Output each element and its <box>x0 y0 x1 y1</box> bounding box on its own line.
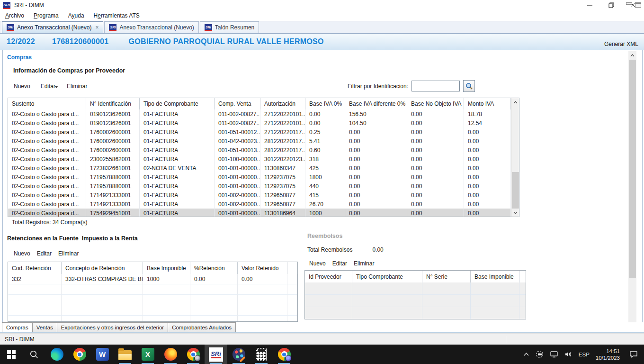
nuevo-button[interactable]: Nuevo <box>14 83 30 90</box>
bottom-tab[interactable]: Compras <box>2 322 32 332</box>
eliminar-button[interactable]: Eliminar <box>67 83 87 90</box>
compras-toolbar: Nuevo Editar Eliminar <box>14 83 98 90</box>
status-separator <box>506 336 506 343</box>
taskbar-chrome-profile[interactable] <box>182 345 205 364</box>
compras-table-scrollbar[interactable] <box>511 98 519 217</box>
editor-tab[interactable]: SRi Anexo Transaccional (Nuevo) × <box>2 21 103 33</box>
pane-minimize-icon[interactable] <box>626 2 632 5</box>
notification-icon[interactable] <box>629 350 638 358</box>
filter-group: Filtrar por Identificacion: <box>348 80 475 92</box>
table-row[interactable]: 02-Costo o Gasto para d... 1760002600001… <box>8 146 511 155</box>
scroll-up-icon[interactable] <box>628 51 636 59</box>
column-header[interactable]: Base IVA diferente 0% <box>345 98 407 109</box>
file-explorer-icon <box>118 350 132 360</box>
column-header[interactable]: Comp. Venta <box>215 98 260 109</box>
editor-tab-bar: SRi Anexo Transaccional (Nuevo) × SRi An… <box>0 21 644 34</box>
ret-nuevo-button[interactable]: Nuevo <box>14 250 30 257</box>
table-row[interactable]: 02-Costo o Gasto para d... 1723832661001… <box>8 164 511 173</box>
taskbar-word[interactable]: W <box>91 345 114 364</box>
ret-editar-button[interactable]: Editar <box>37 250 52 257</box>
network-icon[interactable] <box>550 351 558 358</box>
table-row[interactable]: 02-Costo o Gasto para d... 2300255862001… <box>8 155 511 164</box>
table-row[interactable]: 02-Costo o Gasto para d... 1754929451001… <box>8 209 511 217</box>
pane-controls <box>626 2 641 8</box>
taskbar-paint[interactable] <box>227 345 250 364</box>
column-header[interactable]: N° Serie <box>422 271 471 282</box>
menu-item[interactable]: Herramientas ATS <box>90 11 143 20</box>
column-header[interactable]: Base Imponible <box>143 262 190 274</box>
reemb-nuevo-button[interactable]: Nuevo <box>309 260 326 267</box>
pane-maximize-icon[interactable] <box>635 2 641 8</box>
screen-capture-icon[interactable] <box>536 350 544 358</box>
scrollbar-thumb[interactable] <box>512 172 519 209</box>
column-header[interactable]: Id Proveedor <box>305 271 352 282</box>
table-row[interactable]: 02-Costo o Gasto para d... 0190123626001… <box>8 118 511 127</box>
tab-close-icon[interactable]: × <box>95 25 98 30</box>
column-header[interactable]: Base IVA 0% <box>305 98 345 109</box>
panel-scrollbar[interactable] <box>628 51 636 330</box>
volume-icon[interactable] <box>564 351 572 358</box>
editor-tab[interactable]: SRi Talón Resumen × <box>200 21 259 33</box>
taskbar-firefox[interactable] <box>159 345 182 364</box>
table-row[interactable]: 02-Costo o Gasto para d... 1719578880001… <box>8 173 511 182</box>
column-header[interactable]: Tipo Comprobante <box>352 271 422 282</box>
minimize-icon <box>587 3 592 8</box>
table-row[interactable]: 332 332-OTRAS COMPRAS DE BIE... 1000 0.0… <box>8 274 297 284</box>
table-row[interactable]: 02-Costo o Gasto para d... 1719578880001… <box>8 182 511 191</box>
reemb-editar-button[interactable]: Editar <box>332 260 347 267</box>
taskbar-chrome-profile-2[interactable] <box>273 345 295 364</box>
filter-input[interactable] <box>411 81 460 91</box>
scrollbar-thumb[interactable] <box>629 60 636 278</box>
bottom-tab[interactable]: Exportaciones y otros ingresos del exter… <box>57 322 168 332</box>
editor-tab[interactable]: SRi Anexo Transaccional (Nuevo) × <box>104 21 198 33</box>
column-header[interactable]: Valor Retenido <box>238 262 287 274</box>
bottom-tab[interactable]: Ventas <box>32 322 57 332</box>
generar-xml-button[interactable]: Generar XML <box>604 41 638 50</box>
hidden-icons-chevron[interactable] <box>523 352 529 356</box>
taskbar-chrome[interactable] <box>68 345 91 364</box>
taskbar-calculator[interactable] <box>250 345 273 364</box>
table-row[interactable]: 02-Costo o Gasto para d... 0190123626001… <box>8 109 511 118</box>
minimize-button[interactable] <box>579 0 600 10</box>
chrome-icon <box>187 348 200 361</box>
scroll-up-icon[interactable] <box>511 98 519 106</box>
ret-eliminar-button[interactable]: Eliminar <box>58 250 79 257</box>
table-row[interactable]: 02-Costo o Gasto para d... 1714921333001… <box>8 200 511 209</box>
taskbar-file-explorer[interactable] <box>114 345 136 364</box>
editar-button[interactable]: Editar <box>41 83 55 90</box>
reembolsos-total: Total Reembolsos 0.00 <box>307 246 384 253</box>
bottom-tab[interactable]: Comprobantes Anulados <box>168 322 236 332</box>
filter-search-button[interactable] <box>463 80 475 92</box>
restore-button[interactable] <box>600 0 622 10</box>
windows-logo-icon <box>7 350 16 359</box>
start-button[interactable] <box>0 345 23 364</box>
column-header[interactable]: %Retención <box>190 262 238 274</box>
taskbar-search-button[interactable] <box>23 345 45 364</box>
column-header[interactable]: Monto IVA <box>464 98 511 109</box>
menu-item[interactable]: Ayuda <box>65 11 88 20</box>
taskbar-excel[interactable]: X <box>136 345 159 364</box>
column-header[interactable]: Base Imponible <box>471 271 519 282</box>
empty-row <box>8 316 297 322</box>
menu-item[interactable]: Archivo <box>2 11 27 20</box>
taskbar-edge[interactable] <box>45 345 68 364</box>
column-header[interactable]: Sustento <box>8 98 86 109</box>
total-reembolsos-value: 0.00 <box>372 246 383 253</box>
column-header[interactable]: Base No Objeto IVA <box>407 98 464 109</box>
column-header[interactable]: Concepto de Retención <box>62 262 143 274</box>
taskbar-sri-dimm[interactable]: SRi <box>205 345 227 364</box>
table-row[interactable]: 02-Costo o Gasto para d... 1760002600001… <box>8 127 511 136</box>
taskbar-clock[interactable]: 14:51 10/1/2023 <box>596 348 620 361</box>
column-header[interactable]: Cod. Retención <box>8 262 62 274</box>
reemb-eliminar-button[interactable]: Eliminar <box>354 260 374 267</box>
table-row[interactable]: 02-Costo o Gasto para d... 1714921333001… <box>8 191 511 200</box>
column-header[interactable]: Tipo de Comprobante <box>140 98 215 109</box>
column-header[interactable]: N° Identificación <box>86 98 140 109</box>
editar-dropdown-icon[interactable] <box>54 86 58 88</box>
column-header[interactable]: Autorización <box>260 98 305 109</box>
table-row[interactable]: 02-Costo o Gasto para d... 1760002600001… <box>8 136 511 146</box>
language-indicator[interactable]: ESP <box>579 352 590 357</box>
menu-item[interactable]: Programa <box>30 11 62 20</box>
scroll-down-icon[interactable] <box>511 209 519 217</box>
section-title: Compras <box>7 54 32 61</box>
